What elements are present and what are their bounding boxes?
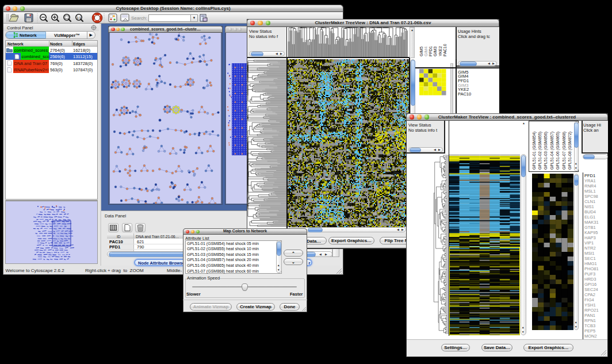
svg-text:1:1: 1:1 (77, 16, 81, 20)
